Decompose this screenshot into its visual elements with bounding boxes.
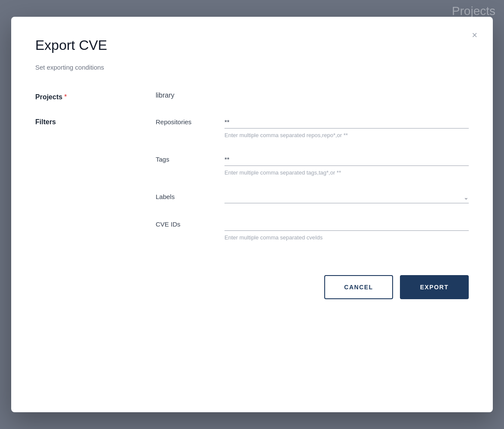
projects-content: library: [156, 92, 469, 101]
export-button[interactable]: EXPORT: [400, 275, 469, 299]
cve-ids-label: CVE IDs: [156, 221, 224, 228]
modal-dialog: × Export CVE Set exporting conditions Pr…: [11, 17, 493, 412]
modal-overlay: × Export CVE Set exporting conditions Pr…: [0, 0, 504, 429]
cancel-button[interactable]: CANCEL: [324, 275, 393, 299]
cve-ids-input-wrapper: [224, 219, 469, 231]
repositories-field-row: Repositories: [156, 116, 469, 129]
modal-footer: CANCEL EXPORT: [35, 267, 469, 299]
projects-label-col: Projects*: [35, 92, 156, 101]
labels-select-wrapper: ⌄: [224, 191, 469, 203]
tags-input-wrapper: [224, 154, 469, 166]
modal-title: Export CVE: [35, 37, 469, 53]
project-value: library: [156, 90, 175, 99]
required-indicator: *: [64, 93, 67, 101]
repositories-input-wrapper: [224, 116, 469, 129]
labels-select[interactable]: [224, 191, 469, 203]
repositories-input[interactable]: [224, 116, 469, 129]
tags-row: Tags Enter multiple comma separated tags…: [156, 154, 469, 176]
cve-ids-input[interactable]: [224, 219, 469, 231]
filters-section: Filters Repositories Enter multiple comm…: [35, 116, 469, 241]
cve-ids-row: CVE IDs Enter multiple comma separated c…: [156, 219, 469, 241]
labels-field-row: Labels ⌄: [156, 191, 469, 203]
repositories-row: Repositories Enter multiple comma separa…: [156, 116, 469, 138]
cve-ids-hint: Enter multiple comma separated cveIds: [156, 234, 469, 241]
filters-content: Repositories Enter multiple comma separa…: [156, 116, 469, 241]
repositories-label: Repositories: [156, 118, 224, 126]
projects-label: Projects: [35, 93, 62, 101]
filters-label: Filters: [35, 118, 56, 126]
tags-label: Tags: [156, 156, 224, 163]
projects-section: Projects* library: [35, 92, 469, 101]
filters-label-col: Filters: [35, 116, 156, 241]
labels-label: Labels: [156, 193, 224, 200]
tags-input[interactable]: [224, 154, 469, 166]
modal-subtitle: Set exporting conditions: [35, 64, 469, 71]
labels-row: Labels ⌄: [156, 191, 469, 203]
close-button[interactable]: ×: [470, 29, 479, 42]
tags-hint: Enter multiple comma separated tags,tag*…: [156, 169, 469, 176]
repositories-hint: Enter multiple comma separated repos,rep…: [156, 132, 469, 138]
cve-ids-field-row: CVE IDs: [156, 219, 469, 231]
tags-field-row: Tags: [156, 154, 469, 166]
